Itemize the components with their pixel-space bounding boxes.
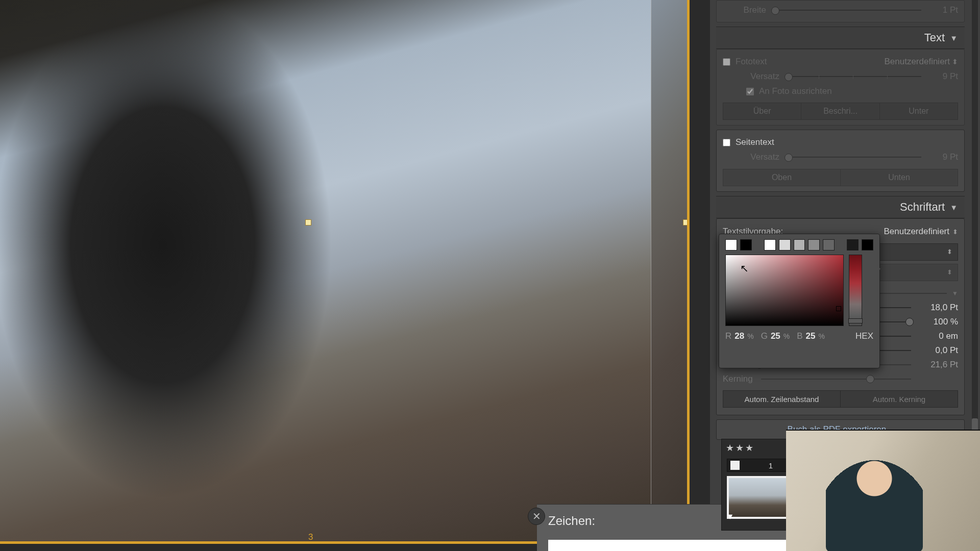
color-swatch-row bbox=[719, 234, 879, 255]
swatch-black[interactable] bbox=[740, 239, 752, 251]
section-title-text: Text bbox=[924, 31, 945, 44]
align-to-photo-checkbox[interactable] bbox=[746, 88, 754, 95]
color-field-cursor[interactable] bbox=[836, 306, 841, 311]
kerning-label: Kerning bbox=[723, 374, 753, 384]
webcam-overlay bbox=[786, 430, 980, 551]
photo-placeholder bbox=[0, 0, 651, 544]
r-value[interactable]: 28 bbox=[734, 331, 744, 341]
color-picker-popover: ↖ R 28 % G 25 % B 25 % HEX bbox=[719, 234, 880, 368]
g-value[interactable]: 25 bbox=[771, 331, 780, 341]
baseline-value[interactable]: 0,0 Pt bbox=[916, 345, 958, 356]
b-pct: % bbox=[819, 332, 825, 340]
kerning-slider[interactable] bbox=[761, 379, 911, 380]
star-icon[interactable]: ★ bbox=[736, 442, 744, 454]
g-pct: % bbox=[783, 332, 790, 340]
tracking-value[interactable]: 0 em bbox=[916, 331, 958, 341]
swatch-gray-4[interactable] bbox=[823, 239, 835, 251]
page-chip-thumb bbox=[730, 461, 740, 470]
seg-caption[interactable]: Beschri... bbox=[801, 103, 879, 120]
presenter-figure bbox=[826, 450, 923, 551]
section-title-schriftart: Schriftart bbox=[900, 201, 945, 214]
auto-kerning-button[interactable]: Autom. Kerning bbox=[841, 390, 958, 408]
fototext-preset[interactable]: Benutzerdefiniert bbox=[884, 57, 950, 67]
fototext-label: Fototext bbox=[736, 57, 884, 67]
swatch-gray-1[interactable] bbox=[779, 239, 791, 251]
color-values-row: R 28 % G 25 % B 25 % HEX bbox=[719, 326, 879, 341]
fototext-position-segmented: Über Beschri... Unter bbox=[723, 103, 958, 120]
page-number: 3 bbox=[308, 532, 313, 542]
fototext-group: Fototext Benutzerdefiniert ⬍ Versatz 9 P… bbox=[716, 49, 965, 126]
swatch-gray-2[interactable] bbox=[794, 239, 805, 251]
width-slider-row: Breite 1 Pt bbox=[723, 3, 958, 18]
seitentext-group: Seitentext Versatz 9 Pt Oben Unten bbox=[716, 130, 965, 192]
r-pct: % bbox=[747, 332, 753, 340]
g-label: G bbox=[761, 331, 768, 341]
auto-leading-button[interactable]: Autom. Zeilenabstand bbox=[723, 390, 841, 408]
font-size-value[interactable]: 18,0 Pt bbox=[916, 303, 958, 313]
seg-top[interactable]: Oben bbox=[723, 169, 841, 186]
cursor-arrow-icon: ↖ bbox=[740, 262, 749, 274]
seitentext-position-segmented: Oben Unten bbox=[723, 169, 958, 186]
width-label: Breite bbox=[723, 5, 771, 15]
chevron-down-icon bbox=[952, 290, 958, 297]
swatch-dark[interactable] bbox=[847, 239, 859, 251]
selection-handle-right[interactable] bbox=[683, 219, 689, 226]
seg-under[interactable]: Unter bbox=[880, 103, 958, 120]
swatch-gray-3[interactable] bbox=[808, 239, 820, 251]
seitentext-offset-label: Versatz bbox=[736, 152, 785, 162]
section-header-schriftart[interactable]: Schriftart bbox=[716, 196, 965, 218]
seg-over[interactable]: Über bbox=[723, 103, 801, 120]
star-icon[interactable]: ★ bbox=[726, 442, 734, 454]
fototext-offset-value: 9 Pt bbox=[921, 71, 958, 82]
seitentext-offset-value: 9 Pt bbox=[921, 152, 958, 162]
section-header-text[interactable]: Text bbox=[716, 27, 965, 49]
fototext-offset-label: Versatz bbox=[736, 71, 785, 82]
hue-knob[interactable] bbox=[848, 318, 863, 323]
leading-value[interactable]: 21,6 Pt bbox=[916, 360, 958, 370]
close-icon[interactable]: ✕ bbox=[528, 508, 545, 525]
r-label: R bbox=[725, 331, 731, 341]
b-value[interactable]: 25 bbox=[806, 331, 816, 341]
updown-icon: ⬍ bbox=[947, 270, 952, 274]
color-field[interactable]: ↖ bbox=[725, 255, 844, 326]
fototext-offset-slider[interactable] bbox=[785, 76, 921, 77]
swatch-black-2[interactable] bbox=[862, 239, 873, 251]
caret-icon: ▾ bbox=[728, 511, 732, 522]
updown-icon[interactable]: ⬍ bbox=[952, 228, 958, 236]
align-to-photo-label: An Foto ausrichten bbox=[759, 86, 958, 96]
b-label: B bbox=[797, 331, 802, 341]
swatch-white[interactable] bbox=[725, 239, 737, 251]
fototext-checkbox[interactable] bbox=[723, 58, 730, 66]
updown-icon: ⬍ bbox=[947, 250, 952, 254]
textstyle-value[interactable]: Benutzerdefiniert bbox=[884, 227, 949, 237]
selection-handle-center[interactable] bbox=[305, 219, 311, 226]
drawer-title: Zeichen: bbox=[548, 514, 595, 528]
hex-label[interactable]: HEX bbox=[855, 331, 873, 341]
width-value: 1 Pt bbox=[921, 5, 958, 15]
seg-bottom[interactable]: Unten bbox=[841, 169, 958, 186]
chevron-down-icon bbox=[950, 34, 958, 42]
seitentext-offset-slider[interactable] bbox=[785, 157, 921, 158]
guide-line bbox=[651, 0, 651, 544]
width-slider[interactable] bbox=[771, 10, 921, 11]
chevron-down-icon bbox=[950, 203, 958, 212]
star-icon[interactable]: ★ bbox=[745, 442, 753, 454]
swatch-gray-0[interactable] bbox=[764, 239, 776, 251]
updown-icon[interactable]: ⬍ bbox=[952, 59, 958, 64]
seitentext-checkbox[interactable] bbox=[723, 139, 730, 146]
opacity-value[interactable]: 100 % bbox=[916, 317, 958, 327]
book-page-canvas[interactable]: 3 bbox=[0, 0, 690, 544]
seitentext-label: Seitentext bbox=[736, 137, 958, 147]
hue-slider[interactable] bbox=[849, 255, 862, 326]
